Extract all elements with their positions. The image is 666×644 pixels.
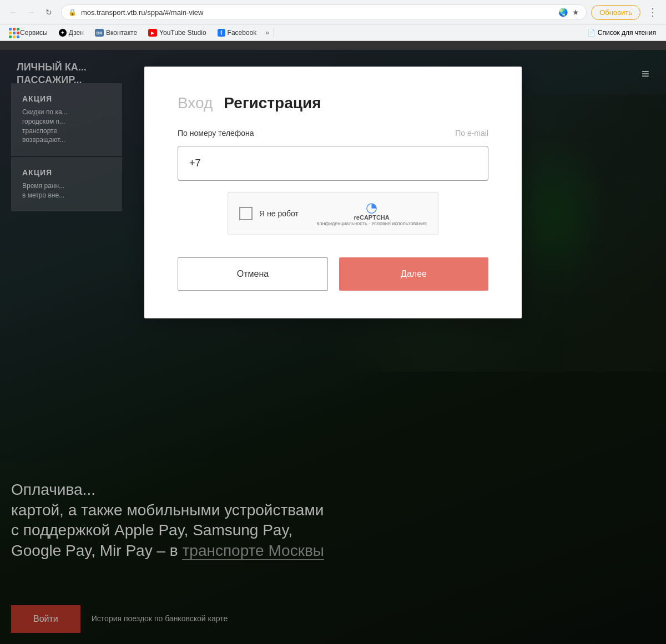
facebook-icon: f <box>218 29 225 37</box>
recaptcha-logo-icon: ◔ <box>316 201 427 214</box>
youtube-label: YouTube Studio <box>159 29 206 37</box>
browser-chrome: ← → ↻ 🔒 🌏 ★ Обновить ⋮ <box>0 0 666 41</box>
services-label: Сервисы <box>20 29 48 37</box>
dzen-label: Дзен <box>69 29 84 37</box>
address-bar[interactable]: 🔒 🌏 ★ <box>61 4 587 20</box>
bookmarks-bar: Сервисы ✦ Дзен ВК Вконтакте ▶ YouTube St… <box>0 24 666 40</box>
bookmarks-divider <box>274 28 274 37</box>
bookmark-services[interactable]: Сервисы <box>6 27 52 38</box>
reading-list[interactable]: 📄 Список для чтения <box>583 27 660 38</box>
vk-label: Вконтакте <box>106 29 137 37</box>
recaptcha-checkbox[interactable] <box>239 207 253 220</box>
google-grid-icon <box>10 29 18 37</box>
recaptcha-label: Я не робот <box>259 209 299 218</box>
option-phone[interactable]: По номеру телефона <box>178 129 254 138</box>
browser-menu-button[interactable]: ⋮ <box>645 4 660 20</box>
nav-buttons: ← → ↻ <box>6 4 57 20</box>
reading-list-label: Список для чтения <box>598 29 656 37</box>
facebook-label: Facebook <box>228 29 257 37</box>
vk-icon: ВК <box>95 29 104 37</box>
dzen-icon: ✦ <box>59 29 67 37</box>
recaptcha-left: Я не робот <box>239 207 299 220</box>
browser-toolbar: ← → ↻ 🔒 🌏 ★ Обновить ⋮ <box>0 0 666 24</box>
url-input[interactable] <box>81 8 554 17</box>
more-bookmarks-icon[interactable]: » <box>265 29 269 37</box>
back-button[interactable]: ← <box>6 4 21 20</box>
tab-register[interactable]: Регистрация <box>224 94 332 112</box>
recaptcha-right: ◔ reCAPTCHA Конфиденциальность · Условия… <box>316 201 427 226</box>
modal-tabs: Вход Регистрация <box>178 94 488 112</box>
option-email[interactable]: По e-mail <box>455 129 488 138</box>
browser-content: ЛИЧНЫЙ КА... ПАССАЖИР... ≡ АКЦИЯ Скидки … <box>0 50 666 644</box>
next-button[interactable]: Далее <box>339 257 488 291</box>
registration-modal: Вход Регистрация По номеру телефона По e… <box>144 67 522 318</box>
bookmark-youtube[interactable]: ▶ YouTube Studio <box>144 27 211 38</box>
youtube-icon: ▶ <box>148 29 157 37</box>
forward-button[interactable]: → <box>23 4 39 20</box>
recaptcha-brand: reCAPTCHA <box>316 214 427 221</box>
address-bar-icons: 🌏 ★ <box>558 8 579 17</box>
phone-input-container[interactable] <box>178 146 488 181</box>
auth-options: По номеру телефона По e-mail <box>178 129 488 138</box>
update-button[interactable]: Обновить <box>591 5 640 20</box>
translate-icon[interactable]: 🌏 <box>558 8 568 17</box>
bookmark-facebook[interactable]: f Facebook <box>213 27 261 38</box>
tab-login[interactable]: Вход <box>178 94 224 112</box>
bookmark-dzen[interactable]: ✦ Дзен <box>54 27 88 38</box>
reload-button[interactable]: ↻ <box>41 4 57 20</box>
reading-list-icon: 📄 <box>587 29 596 37</box>
browser-right: Обновить ⋮ <box>591 4 660 20</box>
recaptcha-links: Конфиденциальность · Условия использован… <box>316 221 427 226</box>
bookmark-star-icon[interactable]: ★ <box>572 8 579 17</box>
modal-buttons: Отмена Далее <box>178 257 488 291</box>
cancel-button[interactable]: Отмена <box>178 257 328 291</box>
recaptcha-widget: Я не робот ◔ reCAPTCHA Конфиденциальност… <box>228 192 438 235</box>
phone-input[interactable] <box>189 158 477 169</box>
lock-icon: 🔒 <box>68 8 77 16</box>
bookmark-vk[interactable]: ВК Вконтакте <box>90 27 142 38</box>
modal-overlay: Вход Регистрация По номеру телефона По e… <box>0 50 666 644</box>
